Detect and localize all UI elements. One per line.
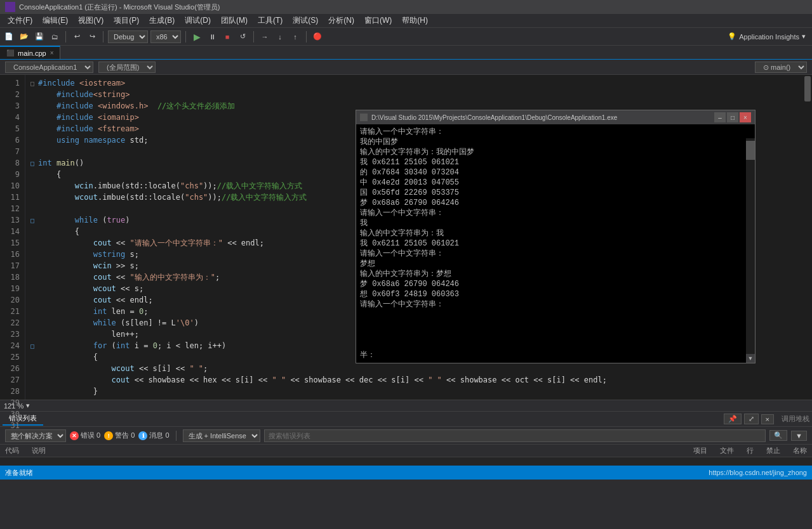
menu-debug[interactable]: 调试(D) [180, 14, 216, 27]
console-line-cursor: 半： [360, 350, 751, 360]
toolbar-sep1 [65, 31, 66, 42]
status-url: https://blog.csdn.net/jing_zhong [709, 469, 807, 476]
console-icon [360, 114, 368, 121]
status-ready: 准备就绪 [5, 468, 33, 478]
console-line-blank3 [360, 330, 751, 340]
code-line-1: □#include <iostream> [30, 77, 798, 89]
tab-main-cpp[interactable]: ⬛ main.cpp × [0, 46, 60, 59]
error-search-input[interactable] [264, 429, 766, 442]
step-into[interactable]: ↓ [274, 30, 286, 43]
menu-analyze[interactable]: 分析(N) [323, 14, 359, 27]
menu-help[interactable]: 帮助(H) [397, 14, 433, 27]
menu-view[interactable]: 视图(V) [73, 14, 109, 27]
col-file: 文件 [720, 446, 734, 455]
error-icon: ✕ [70, 431, 79, 440]
console-line-1: 请输入一个中文字符串： [360, 127, 751, 137]
toolbar-undo[interactable]: ↩ [70, 30, 83, 43]
step-out[interactable]: ↑ [289, 30, 302, 43]
toolbar-new[interactable]: 📄 [3, 30, 15, 43]
stop-button[interactable]: ■ [221, 30, 234, 43]
app-insights-label: Application Insights [739, 33, 799, 41]
run-button[interactable]: ▶ [190, 30, 203, 43]
menu-window[interactable]: 窗口(W) [359, 14, 397, 27]
breakpoint-btn[interactable]: 🔴 [311, 30, 324, 43]
error-filter-btn[interactable]: ▼ [791, 431, 807, 441]
code-line-2: #include<string> [30, 89, 798, 100]
panel-float-btn[interactable]: ⤢ [744, 414, 759, 424]
toolbar-open[interactable]: 📂 [18, 30, 30, 43]
console-line-14: 梦想 [360, 259, 751, 269]
console-line-3: 输入的中文字符串为：我的中国梦 [360, 147, 751, 157]
app-insights-button[interactable]: 💡 Application Insights ▾ [724, 32, 809, 41]
panel-pin-btn[interactable]: 📌 [724, 414, 742, 424]
console-titlebar: D:\Visual Studio 2015\MyProjects\Console… [356, 110, 755, 124]
console-line-17: 想 0x60f3 24819 060363 [360, 289, 751, 299]
error-search-btn[interactable]: 🔍 [769, 430, 787, 441]
warning-icon: ! [104, 431, 113, 440]
col-name: 名称 [793, 446, 807, 455]
toolbar-saveall[interactable]: 🗂 [48, 30, 61, 43]
menu-tools[interactable]: 工具(T) [253, 14, 288, 27]
console-line-12: 我 0x6211 25105 061021 [360, 238, 751, 249]
menu-build[interactable]: 生成(B) [144, 14, 180, 27]
console-scroll-down[interactable]: ▼ [746, 354, 755, 363]
console-line-8: 梦 0x68a6 26790 064246 [360, 198, 751, 208]
tab-close-main-cpp[interactable]: × [50, 49, 54, 56]
editor-container: 1 2 3 4 5 6 7 8 9 10 11 12 13 14 15 16 1… [0, 75, 812, 400]
step-over[interactable]: → [258, 30, 271, 43]
console-close-btn[interactable]: × [740, 112, 751, 122]
console-maximize-btn[interactable]: □ [727, 112, 738, 122]
bottom-tabs: 错误列表 📌 ⤢ × 调用堆栈 [0, 412, 812, 427]
console-line-blank4 [360, 340, 751, 350]
toolbar-redo[interactable]: ↪ [86, 30, 98, 43]
menu-team[interactable]: 团队(M) [216, 14, 253, 27]
line-numbers: 1 2 3 4 5 6 7 8 9 10 11 12 13 14 15 16 1… [0, 75, 25, 400]
scope-dropdown[interactable]: (全局范围) [98, 62, 156, 73]
col-desc: 说明 [32, 446, 46, 455]
console-line-6: 中 0x4e2d 20013 047055 [360, 178, 751, 188]
console-line-5: 的 0x7684 30340 073204 [360, 167, 751, 178]
build-filter-dropdown[interactable]: 生成 + IntelliSense [183, 429, 260, 442]
console-line-blank2 [360, 320, 751, 330]
panel-close-btn[interactable]: × [761, 414, 774, 424]
menu-test[interactable]: 测试(S) [288, 14, 323, 27]
console-line-9: 请输入一个中文字符串： [360, 208, 751, 218]
tab-bar: ⬛ main.cpp × [0, 46, 812, 60]
console-line-10: 我 [360, 218, 751, 228]
app-insights-icon: 💡 [728, 32, 736, 41]
function-dropdown[interactable]: ⊙ main() [755, 62, 807, 73]
platform-dropdown[interactable]: x86 [150, 30, 181, 43]
message-badge[interactable]: ℹ 消息 0 [138, 431, 169, 440]
pause-button[interactable]: ⏸ [206, 30, 218, 43]
zoom-dropdown-icon[interactable]: ▾ [26, 402, 30, 410]
bottom-panel: 错误列表 📌 ⤢ × 调用堆栈 整个解决方案 ✕ 错误 0 ! 警告 0 ℹ 消… [0, 411, 812, 466]
toolbar-sep [176, 431, 176, 441]
col-code: 代码 [5, 446, 19, 455]
menu-edit[interactable]: 编辑(E) [37, 14, 73, 27]
vs-logo [5, 2, 15, 12]
console-line-2: 我的中国梦 [360, 137, 751, 147]
namespace-dropdown[interactable]: ConsoleApplication1 [5, 62, 93, 73]
error-badge[interactable]: ✕ 错误 0 [70, 431, 100, 440]
error-count-label: 错误 0 [81, 431, 100, 440]
toolbar-save[interactable]: 💾 [33, 30, 46, 43]
console-line-7: 国 0x56fd 22269 053375 [360, 188, 751, 198]
console-scroll-thumb[interactable] [746, 141, 755, 160]
console-line-16: 梦 0x68a6 26790 064246 [360, 279, 751, 289]
editor-scroll-thumb[interactable] [804, 76, 811, 101]
menu-file[interactable]: 文件(F) [3, 14, 37, 27]
toolbar: 📄 📂 💾 🗂 ↩ ↪ Debug x86 ▶ ⏸ ■ ↺ → ↓ ↑ 🔴 💡 … [0, 28, 812, 46]
warning-badge[interactable]: ! 警告 0 [104, 431, 135, 440]
app-insights-chevron: ▾ [802, 32, 806, 41]
menu-project[interactable]: 项目(P) [109, 14, 144, 27]
console-scrollbar[interactable] [746, 138, 755, 354]
status-bar: 准备就绪 https://blog.csdn.net/jing_zhong [0, 466, 812, 480]
editor-scrollbar[interactable] [803, 75, 812, 400]
call-stack-label[interactable]: 调用堆栈 [782, 414, 809, 424]
debug-config-dropdown[interactable]: Debug [108, 30, 148, 43]
restart-button[interactable]: ↺ [236, 30, 249, 43]
window-title: ConsoleApplication1 (正在运行) - Microsoft V… [19, 3, 220, 12]
console-output: 请输入一个中文字符串： 我的中国梦 输入的中文字符串为：我的中国梦 我 0x62… [356, 124, 755, 363]
console-line-4: 我 0x6211 25105 061021 [360, 157, 751, 167]
console-minimize-btn[interactable]: – [714, 112, 726, 122]
